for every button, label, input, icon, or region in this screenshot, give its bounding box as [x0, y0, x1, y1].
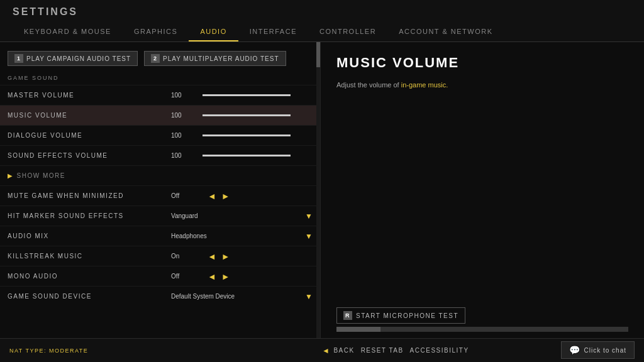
detail-description: Adjust the volume of in-game music.: [336, 80, 628, 90]
left-panel: 1 PLAY CAMPAIGN AUDIO TEST 2 PLAY MULTIP…: [0, 42, 321, 360]
detail-title: MUSIC VOLUME: [336, 55, 628, 71]
scrollbar-thumb[interactable]: [316, 42, 320, 67]
audio-mix-value: Headphones: [171, 233, 302, 239]
back-label: BACK: [333, 347, 354, 354]
dialogue-volume-value: 100: [171, 132, 203, 139]
hitmarker-row: HIT MARKER SOUND EFFECTS Vanguard ▼: [0, 206, 320, 226]
game-device-arrow-icon: ▼: [305, 292, 313, 301]
sfx-volume-row: SOUND EFFECTS VOLUME 100: [0, 145, 320, 165]
right-panel: MUSIC VOLUME Adjust the volume of in-gam…: [321, 42, 644, 360]
music-volume-label: MUSIC VOLUME: [8, 112, 171, 119]
mono-audio-row: MONO AUDIO Off ◄ ►: [0, 266, 320, 286]
page-title: SETTINGS: [13, 6, 631, 18]
sfx-volume-value: 100: [171, 152, 203, 159]
audio-mix-row: AUDIO MIX Headphones ▼: [0, 226, 320, 246]
mono-audio-toggle[interactable]: Off ◄ ►: [171, 272, 313, 282]
dropdown-arrow-icon: ▼: [305, 212, 313, 221]
nat-label: NAT TYPE:: [9, 348, 47, 354]
show-more-row[interactable]: ▶ SHOW MORE: [0, 165, 320, 185]
nat-type: NAT TYPE: MODERATE: [9, 348, 322, 354]
multiplayer-btn-num: 2: [151, 54, 160, 63]
sfx-volume-slider[interactable]: [203, 155, 313, 156]
mono-audio-value: Off: [171, 273, 203, 280]
mute-game-label: MUTE GAME WHEN MINIMIZED: [8, 192, 171, 199]
mic-btn-num: R: [343, 311, 352, 320]
killstreak-label: KILLSTREAK MUSIC: [8, 253, 171, 260]
show-more-label: ▶ SHOW MORE: [8, 172, 65, 179]
killstreak-right-icon[interactable]: ►: [221, 251, 230, 261]
scrollbar[interactable]: [316, 42, 320, 360]
hitmarker-dropdown[interactable]: Vanguard ▼: [171, 212, 313, 221]
detail-desc-highlight: in-game music.: [401, 81, 448, 89]
game-device-dropdown[interactable]: Default System Device ▼: [171, 292, 313, 301]
toggle-right-icon[interactable]: ►: [221, 191, 230, 201]
accessibility-label: ACCESSIBILITY: [410, 347, 469, 354]
accessibility-button[interactable]: ACCESSIBILITY: [410, 347, 469, 354]
music-volume-value: 100: [171, 112, 203, 119]
mic-btn-label: START MICROPHONE TEST: [356, 312, 458, 319]
main-content: 1 PLAY CAMPAIGN AUDIO TEST 2 PLAY MULTIP…: [0, 42, 644, 360]
chat-icon: 💬: [569, 345, 580, 355]
killstreak-value: On: [171, 253, 203, 260]
mute-game-row: MUTE GAME WHEN MINIMIZED Off ◄ ►: [0, 185, 320, 206]
header: SETTINGS KEYBOARD & MOUSE GRAPHICS AUDIO…: [0, 0, 644, 42]
campaign-btn-label: PLAY CAMPAIGN AUDIO TEST: [26, 55, 131, 62]
audio-test-row: 1 PLAY CAMPAIGN AUDIO TEST 2 PLAY MULTIP…: [0, 47, 320, 70]
back-button[interactable]: ◄ BACK: [322, 346, 355, 355]
killstreak-row: KILLSTREAK MUSIC On ◄ ►: [0, 246, 320, 266]
multiplayer-btn-label: PLAY MULTIPLAYER AUDIO TEST: [163, 55, 279, 62]
back-icon: ◄: [322, 346, 330, 355]
game-device-value: Default System Device: [171, 293, 302, 300]
campaign-audio-test-button[interactable]: 1 PLAY CAMPAIGN AUDIO TEST: [8, 51, 138, 66]
chat-label: Click to chat: [584, 347, 626, 354]
detail-desc-text: Adjust the volume of: [336, 81, 401, 89]
master-volume-value: 100: [171, 92, 203, 99]
mute-game-value: Off: [171, 192, 203, 199]
mono-left-icon[interactable]: ◄: [208, 272, 216, 282]
mic-level-fill: [336, 327, 380, 332]
audio-mix-dropdown-arrow-icon: ▼: [305, 232, 313, 241]
mono-audio-label: MONO AUDIO: [8, 273, 171, 280]
dialogue-volume-label: DIALOGUE VOLUME: [8, 132, 171, 139]
multiplayer-audio-test-button[interactable]: 2 PLAY MULTIPLAYER AUDIO TEST: [144, 51, 286, 66]
nav-tabs: KEYBOARD & MOUSE GRAPHICS AUDIO INTERFAC…: [13, 23, 631, 41]
audio-mix-label: AUDIO MIX: [8, 233, 171, 239]
dialogue-volume-row: DIALOGUE VOLUME 100: [0, 125, 320, 145]
music-volume-row: MUSIC VOLUME 100: [0, 105, 320, 125]
tab-audio[interactable]: AUDIO: [189, 23, 238, 41]
tab-graphics[interactable]: GRAPHICS: [123, 23, 189, 41]
sfx-volume-label: SOUND EFFECTS VOLUME: [8, 152, 171, 159]
game-device-row: GAME SOUND DEVICE Default System Device …: [0, 286, 320, 306]
audio-mix-dropdown[interactable]: Headphones ▼: [171, 232, 313, 241]
tab-interface[interactable]: INTERFACE: [238, 23, 308, 41]
mute-game-toggle[interactable]: Off ◄ ►: [171, 191, 313, 201]
tab-account[interactable]: ACCOUNT & NETWORK: [387, 23, 504, 41]
toggle-left-icon[interactable]: ◄: [208, 191, 216, 201]
campaign-btn-num: 1: [14, 54, 23, 63]
mic-test-button[interactable]: R START MICROPHONE TEST: [336, 307, 465, 324]
killstreak-left-icon[interactable]: ◄: [208, 251, 216, 261]
master-volume-slider[interactable]: [203, 94, 313, 96]
chat-button[interactable]: 💬 Click to chat: [561, 341, 635, 359]
music-volume-slider[interactable]: [203, 114, 313, 116]
nat-value: MODERATE: [49, 348, 88, 354]
footer: NAT TYPE: MODERATE ◄ BACK RESET TAB ACCE…: [0, 338, 644, 362]
master-volume-label: MASTER VOLUME: [8, 92, 171, 99]
tab-controller[interactable]: CONTROLLER: [308, 23, 387, 41]
dialogue-volume-slider[interactable]: [203, 134, 313, 136]
reset-tab-button[interactable]: RESET TAB: [361, 347, 404, 354]
reset-label: RESET TAB: [361, 347, 404, 354]
hitmarker-label: HIT MARKER SOUND EFFECTS: [8, 212, 171, 219]
killstreak-toggle[interactable]: On ◄ ►: [171, 251, 313, 261]
game-sound-label: GAME SOUND: [0, 72, 320, 84]
hitmarker-value: Vanguard: [171, 212, 302, 219]
tab-keyboard[interactable]: KEYBOARD & MOUSE: [13, 23, 123, 41]
mic-test-area: R START MICROPHONE TEST: [336, 307, 628, 332]
master-volume-row: MASTER VOLUME 100: [0, 85, 320, 105]
mono-right-icon[interactable]: ►: [221, 272, 230, 282]
game-device-label: GAME SOUND DEVICE: [8, 293, 171, 300]
mic-level-bar: [336, 327, 628, 332]
chevron-right-icon: ▶: [8, 172, 14, 179]
